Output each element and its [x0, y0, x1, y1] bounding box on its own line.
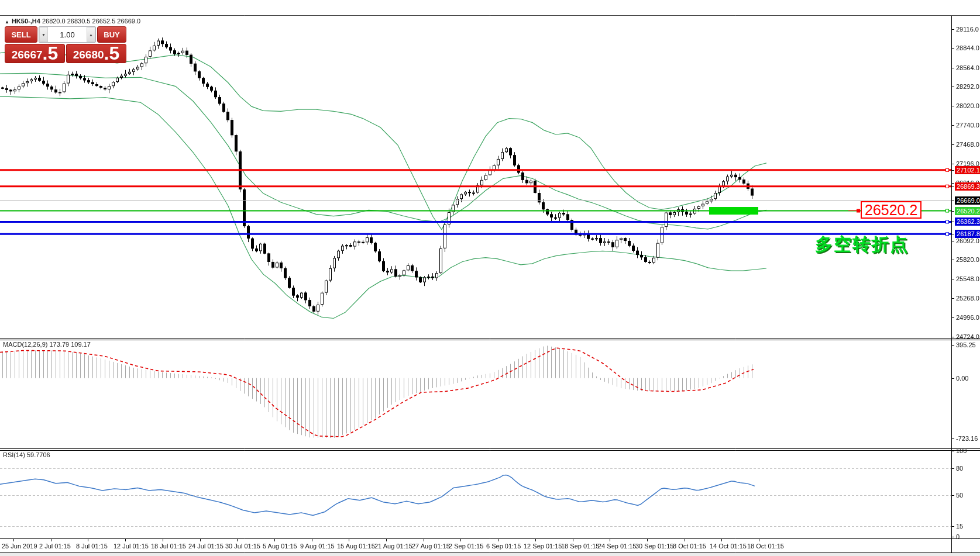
trading-terminal-window: ✚新订单◆☻◉▶自动交易▥◫∿⊕⊖⇥⇤▦▾◷▾▨▾↖+|—∕EFAT❖▾M1M5… — [0, 0, 980, 556]
buy-button[interactable]: BUY — [97, 26, 126, 43]
rsi-indicator-label: RSI(14) 59.7706 — [3, 451, 50, 458]
time-tick-label: 9 Aug 01:15 — [300, 543, 335, 550]
price-tick-label: 28564.0 — [956, 64, 979, 71]
rsi-tick-label: 80 — [956, 465, 963, 472]
price-tick-label: 28844.0 — [956, 44, 979, 51]
sell-price-frac: .5 — [43, 44, 59, 62]
price-line-badge: 26669.0 — [955, 196, 980, 205]
collapse-panel-icon[interactable]: ▲ — [5, 19, 9, 25]
time-tick-label: 30 Jul 01:15 — [225, 543, 260, 550]
time-tick-label: 24 Sep 01:15 — [598, 543, 636, 550]
price-line-badge: 26362.3 — [955, 217, 980, 226]
rsi-tick-label: 0 — [956, 533, 960, 540]
price-line-badge: 27102.1 — [955, 166, 980, 174]
time-tick-label: 27 Aug 01:15 — [412, 543, 450, 550]
time-tick-label: 12 Jul 01:15 — [114, 543, 149, 550]
price-line-badge: 26869.3 — [955, 182, 980, 191]
sell-price-display[interactable]: 26667.5 — [5, 44, 65, 63]
time-tick-label: 18 Jul 01:15 — [151, 543, 186, 550]
chart-title: ▲HK50-,H4 26820.0 26830.5 26652.5 26669.… — [5, 18, 140, 25]
time-tick-label: 2 Sep 01:15 — [449, 543, 483, 550]
trend-note-annotation: 多空转折点 — [815, 233, 909, 257]
rsi-tick-label: 50 — [956, 492, 963, 499]
volume-stepper: ▼ ▲ — [39, 26, 96, 43]
time-tick-label: 24 Jul 01:15 — [188, 543, 223, 550]
time-tick-label: 18 Oct 01:15 — [747, 543, 784, 550]
time-tick-label: 14 Oct 01:15 — [710, 543, 747, 550]
rsi-tick-label: 100 — [956, 447, 967, 454]
price-tick-label: 26092.0 — [956, 237, 979, 244]
time-tick-label: 12 Sep 01:15 — [524, 543, 562, 550]
macd-tick-label: 395.25 — [956, 341, 976, 348]
time-tick-label: 5 Aug 01:15 — [263, 543, 297, 550]
ohlc-values: 26820.0 26830.5 26652.5 26669.0 — [42, 18, 140, 25]
time-tick-label: 15 Aug 01:15 — [337, 543, 375, 550]
volume-decrease-button[interactable]: ▼ — [39, 27, 48, 42]
buy-price-int: 26680 — [73, 48, 104, 62]
one-click-trading-panel: SELL ▼ ▲ BUY 26667.5 26680.5 — [5, 26, 126, 63]
macd-tick-label: -723.16 — [956, 435, 978, 442]
sell-price-int: 26667 — [12, 48, 43, 62]
price-tick-label: 25820.0 — [956, 256, 979, 263]
time-tick-label: 30 Sep 01:15 — [635, 543, 673, 550]
time-tick-label: 6 Sep 01:15 — [486, 543, 521, 550]
price-line-badge: 26187.8 — [955, 230, 980, 238]
price-tick-label: 27468.0 — [956, 141, 979, 148]
buy-price-frac: .5 — [104, 44, 120, 62]
volume-increase-button[interactable]: ▲ — [87, 27, 95, 42]
time-tick-label: 8 Jul 01:15 — [76, 543, 108, 550]
sell-button[interactable]: SELL — [5, 26, 37, 43]
symbol-period-label: HK50-,H4 — [12, 18, 40, 25]
time-tick-label: 18 Sep 01:15 — [561, 543, 599, 550]
rsi-tick-label: 15 — [956, 523, 963, 530]
time-tick-label: 2 Jul 01:15 — [39, 543, 71, 550]
price-tick-label: 29116.0 — [956, 26, 979, 33]
price-tick-label: 28020.0 — [956, 102, 979, 109]
price-tick-label: 25548.0 — [956, 275, 979, 282]
price-tick-label: 27740.0 — [956, 122, 979, 129]
time-tick-label: 25 Jun 2019 — [2, 543, 37, 550]
macd-indicator-label: MACD(12,26,9) 173.79 109.17 — [3, 341, 91, 348]
macd-tick-label: 0.00 — [956, 375, 968, 382]
volume-input[interactable] — [48, 27, 87, 42]
price-line-badge: 26520.2 — [955, 207, 980, 215]
price-tick-label: 24996.0 — [956, 314, 979, 321]
chart-canvas[interactable] — [0, 0, 980, 556]
price-tick-label: 28292.0 — [956, 83, 979, 90]
buy-price-display[interactable]: 26680.5 — [66, 44, 126, 63]
price-tick-label: 25268.0 — [956, 295, 979, 302]
time-tick-label: 8 Oct 01:15 — [673, 543, 706, 550]
time-tick-label: 21 Aug 01:15 — [374, 543, 412, 550]
price-tick-label: 24724.0 — [956, 333, 979, 340]
price-annotation-label[interactable]: 26520.2 — [861, 201, 921, 219]
